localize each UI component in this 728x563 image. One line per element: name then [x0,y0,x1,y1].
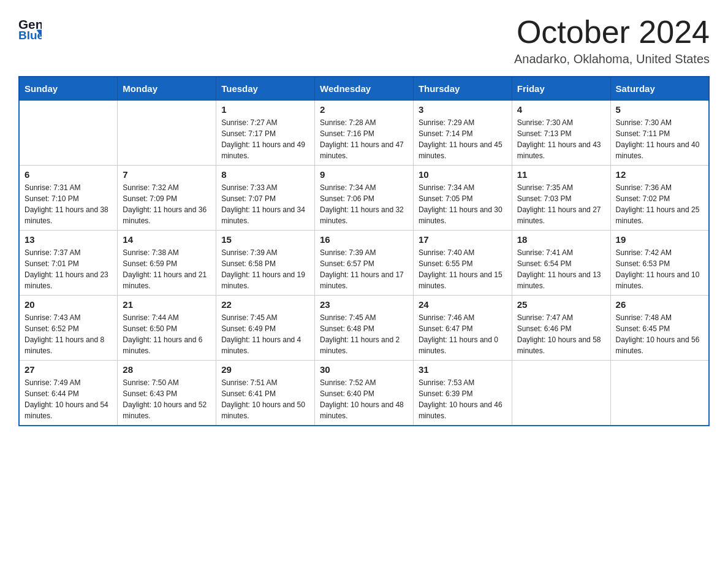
day-cell: 22Sunrise: 7:45 AMSunset: 6:49 PMDayligh… [216,296,315,361]
calendar-table: Sunday Monday Tuesday Wednesday Thursday… [18,76,710,426]
col-sunday: Sunday [19,77,118,101]
day-cell: 4Sunrise: 7:30 AMSunset: 7:13 PMDaylight… [512,101,610,166]
day-cell: 28Sunrise: 7:50 AMSunset: 6:43 PMDayligh… [118,361,216,426]
day-number: 24 [419,299,507,310]
day-info: Sunrise: 7:37 AMSunset: 7:01 PMDaylight:… [25,247,112,291]
day-info: Sunrise: 7:50 AMSunset: 6:43 PMDaylight:… [123,377,211,421]
day-info: Sunrise: 7:40 AMSunset: 6:55 PMDaylight:… [419,247,507,291]
day-number: 5 [616,104,703,115]
day-cell: 15Sunrise: 7:39 AMSunset: 6:58 PMDayligh… [216,231,315,296]
location: Anadarko, Oklahoma, United States [514,52,710,66]
day-info: Sunrise: 7:30 AMSunset: 7:11 PMDaylight:… [616,117,703,161]
day-cell: 9Sunrise: 7:34 AMSunset: 7:06 PMDaylight… [315,166,414,231]
day-info: Sunrise: 7:42 AMSunset: 6:53 PMDaylight:… [616,247,703,291]
day-cell: 6Sunrise: 7:31 AMSunset: 7:10 PMDaylight… [19,166,118,231]
day-info: Sunrise: 7:45 AMSunset: 6:49 PMDaylight:… [221,312,309,356]
day-info: Sunrise: 7:32 AMSunset: 7:09 PMDaylight:… [123,182,211,226]
day-number: 4 [517,104,605,115]
calendar-body: 1Sunrise: 7:27 AMSunset: 7:17 PMDaylight… [19,101,709,426]
day-number: 28 [123,364,211,375]
day-info: Sunrise: 7:52 AMSunset: 6:40 PMDaylight:… [320,377,408,421]
day-number: 3 [419,104,507,115]
day-cell [610,361,709,426]
day-cell: 21Sunrise: 7:44 AMSunset: 6:50 PMDayligh… [118,296,216,361]
week-row-4: 20Sunrise: 7:43 AMSunset: 6:52 PMDayligh… [19,296,709,361]
day-number: 20 [25,299,112,310]
logo-icon: General Blue [18,15,42,40]
week-row-2: 6Sunrise: 7:31 AMSunset: 7:10 PMDaylight… [19,166,709,231]
calendar-header: Sunday Monday Tuesday Wednesday Thursday… [19,77,709,101]
day-info: Sunrise: 7:49 AMSunset: 6:44 PMDaylight:… [25,377,112,421]
day-number: 21 [123,299,211,310]
day-info: Sunrise: 7:34 AMSunset: 7:05 PMDaylight:… [419,182,507,226]
day-cell: 18Sunrise: 7:41 AMSunset: 6:54 PMDayligh… [512,231,610,296]
day-cell [512,361,610,426]
day-info: Sunrise: 7:34 AMSunset: 7:06 PMDaylight:… [320,182,408,226]
day-cell: 19Sunrise: 7:42 AMSunset: 6:53 PMDayligh… [610,231,709,296]
day-cell [19,101,118,166]
day-info: Sunrise: 7:28 AMSunset: 7:16 PMDaylight:… [320,117,408,161]
day-number: 2 [320,104,408,115]
day-number: 12 [616,169,703,180]
day-number: 11 [517,169,605,180]
day-cell: 1Sunrise: 7:27 AMSunset: 7:17 PMDaylight… [216,101,315,166]
day-info: Sunrise: 7:41 AMSunset: 6:54 PMDaylight:… [517,247,605,291]
day-number: 13 [25,234,112,245]
day-info: Sunrise: 7:39 AMSunset: 6:58 PMDaylight:… [221,247,309,291]
day-cell: 2Sunrise: 7:28 AMSunset: 7:16 PMDaylight… [315,101,414,166]
day-number: 17 [419,234,507,245]
header-row: Sunday Monday Tuesday Wednesday Thursday… [19,77,709,101]
day-info: Sunrise: 7:46 AMSunset: 6:47 PMDaylight:… [419,312,507,356]
col-wednesday: Wednesday [315,77,414,101]
day-cell: 3Sunrise: 7:29 AMSunset: 7:14 PMDaylight… [413,101,512,166]
day-number: 26 [616,299,703,310]
day-number: 23 [320,299,408,310]
day-info: Sunrise: 7:33 AMSunset: 7:07 PMDaylight:… [221,182,309,226]
day-info: Sunrise: 7:31 AMSunset: 7:10 PMDaylight:… [25,182,112,226]
day-info: Sunrise: 7:43 AMSunset: 6:52 PMDaylight:… [25,312,112,356]
day-cell: 14Sunrise: 7:38 AMSunset: 6:59 PMDayligh… [118,231,216,296]
day-info: Sunrise: 7:36 AMSunset: 7:02 PMDaylight:… [616,182,703,226]
month-title: October 2024 [514,15,710,50]
day-number: 30 [320,364,408,375]
day-number: 27 [25,364,112,375]
day-info: Sunrise: 7:45 AMSunset: 6:48 PMDaylight:… [320,312,408,356]
day-info: Sunrise: 7:39 AMSunset: 6:57 PMDaylight:… [320,247,408,291]
day-cell: 29Sunrise: 7:51 AMSunset: 6:41 PMDayligh… [216,361,315,426]
day-cell: 26Sunrise: 7:48 AMSunset: 6:45 PMDayligh… [610,296,709,361]
day-cell: 20Sunrise: 7:43 AMSunset: 6:52 PMDayligh… [19,296,118,361]
day-number: 15 [221,234,309,245]
day-cell: 16Sunrise: 7:39 AMSunset: 6:57 PMDayligh… [315,231,414,296]
day-info: Sunrise: 7:35 AMSunset: 7:03 PMDaylight:… [517,182,605,226]
day-cell: 31Sunrise: 7:53 AMSunset: 6:39 PMDayligh… [413,361,512,426]
day-info: Sunrise: 7:48 AMSunset: 6:45 PMDaylight:… [616,312,703,356]
day-cell: 30Sunrise: 7:52 AMSunset: 6:40 PMDayligh… [315,361,414,426]
day-cell: 5Sunrise: 7:30 AMSunset: 7:11 PMDaylight… [610,101,709,166]
day-number: 10 [419,169,507,180]
day-number: 16 [320,234,408,245]
day-number: 9 [320,169,408,180]
week-row-5: 27Sunrise: 7:49 AMSunset: 6:44 PMDayligh… [19,361,709,426]
day-number: 19 [616,234,703,245]
day-number: 7 [123,169,211,180]
week-row-1: 1Sunrise: 7:27 AMSunset: 7:17 PMDaylight… [19,101,709,166]
day-info: Sunrise: 7:27 AMSunset: 7:17 PMDaylight:… [221,117,309,161]
day-number: 14 [123,234,211,245]
day-info: Sunrise: 7:47 AMSunset: 6:46 PMDaylight:… [517,312,605,356]
day-info: Sunrise: 7:38 AMSunset: 6:59 PMDaylight:… [123,247,211,291]
day-cell: 7Sunrise: 7:32 AMSunset: 7:09 PMDaylight… [118,166,216,231]
day-number: 29 [221,364,309,375]
week-row-3: 13Sunrise: 7:37 AMSunset: 7:01 PMDayligh… [19,231,709,296]
col-tuesday: Tuesday [216,77,315,101]
day-info: Sunrise: 7:29 AMSunset: 7:14 PMDaylight:… [419,117,507,161]
day-cell [118,101,216,166]
day-number: 18 [517,234,605,245]
day-number: 22 [221,299,309,310]
title-area: October 2024 Anadarko, Oklahoma, United … [514,15,710,66]
col-thursday: Thursday [413,77,512,101]
col-friday: Friday [512,77,610,101]
logo: General Blue [18,15,45,40]
day-number: 1 [221,104,309,115]
day-cell: 10Sunrise: 7:34 AMSunset: 7:05 PMDayligh… [413,166,512,231]
day-info: Sunrise: 7:30 AMSunset: 7:13 PMDaylight:… [517,117,605,161]
